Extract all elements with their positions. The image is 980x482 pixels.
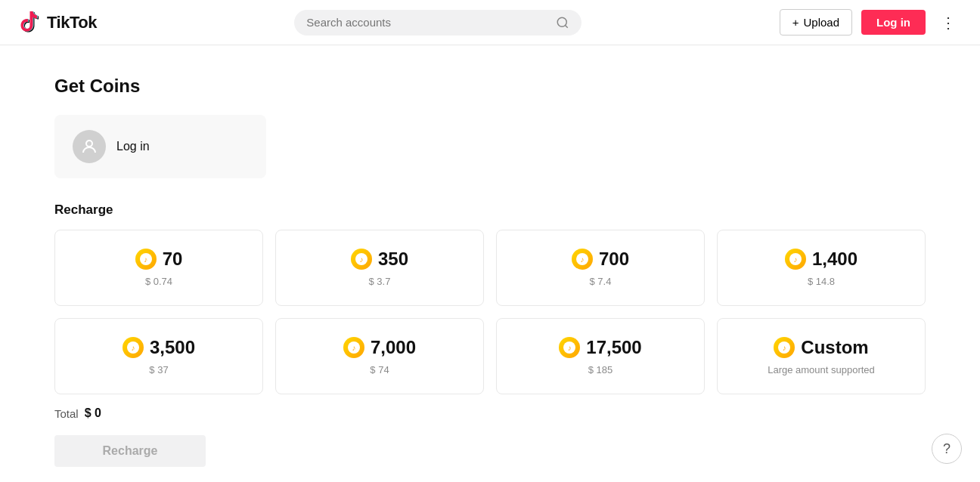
login-card-label: Log in xyxy=(116,140,150,153)
header: TikTok + Upload Log in ⋮ xyxy=(0,0,980,45)
coin-price: $ 0.74 xyxy=(145,276,172,287)
plus-icon: + xyxy=(792,16,799,29)
user-icon xyxy=(80,137,98,156)
coin-icon: ♪ xyxy=(559,337,580,358)
question-icon: ? xyxy=(943,441,951,457)
coin-icon: ♪ xyxy=(122,337,144,358)
main-content: Get Coins Log in Recharge ♪ 70 $ 0.74 xyxy=(36,45,944,482)
upload-label: Upload xyxy=(803,16,839,29)
coin-amount: 350 xyxy=(378,249,408,270)
page-title: Get Coins xyxy=(54,76,926,97)
coin-row: ♪ 70 xyxy=(135,249,183,270)
search-area xyxy=(294,10,581,36)
coin-amount: 17,500 xyxy=(586,337,641,358)
total-value: $ 0 xyxy=(85,406,101,420)
coin-row: ♪ 350 xyxy=(351,249,408,270)
coin-icon: ♪ xyxy=(785,249,806,270)
coin-price: $ 14.8 xyxy=(808,276,835,287)
coin-price: $ 7.4 xyxy=(590,276,612,287)
coin-package-17500[interactable]: ♪ 17,500 $ 185 xyxy=(496,318,705,394)
coin-amount: 70 xyxy=(163,249,183,270)
logo-area[interactable]: TikTok xyxy=(18,11,97,35)
coin-row: ♪ 700 xyxy=(572,249,629,270)
coin-package-350[interactable]: ♪ 350 $ 3.7 xyxy=(275,230,484,306)
coin-icon: ♪ xyxy=(774,337,795,358)
total-row: Total $ 0 xyxy=(54,406,926,420)
coin-row: ♪ Custom xyxy=(774,337,868,358)
help-button[interactable]: ? xyxy=(932,434,962,464)
coin-icon: ♪ xyxy=(343,337,364,358)
login-card[interactable]: Log in xyxy=(54,115,266,178)
coin-icon: ♪ xyxy=(351,249,372,270)
recharge-button[interactable]: Recharge xyxy=(54,435,206,467)
coin-amount: 700 xyxy=(599,249,629,270)
coin-price: $ 3.7 xyxy=(369,276,391,287)
coin-amount: 7,000 xyxy=(371,337,416,358)
header-actions: + Upload Log in ⋮ xyxy=(780,9,962,36)
coin-package-700[interactable]: ♪ 700 $ 7.4 xyxy=(496,230,705,306)
coin-package-70[interactable]: ♪ 70 $ 0.74 xyxy=(54,230,263,306)
total-label: Total xyxy=(54,407,79,420)
svg-point-0 xyxy=(558,17,567,26)
coin-amount: 3,500 xyxy=(150,337,195,358)
tiktok-logo-icon xyxy=(18,11,42,35)
svg-line-1 xyxy=(566,25,568,27)
avatar xyxy=(73,130,106,163)
coin-row: ♪ 7,000 xyxy=(343,337,416,358)
coin-price: $ 185 xyxy=(588,364,613,375)
coin-row: ♪ 17,500 xyxy=(559,337,641,358)
coin-row: ♪ 1,400 xyxy=(785,249,858,270)
coin-icon: ♪ xyxy=(572,249,593,270)
coin-amount: 1,400 xyxy=(812,249,858,270)
logo-text: TikTok xyxy=(47,13,97,32)
coin-icon: ♪ xyxy=(135,249,157,270)
coin-grid-row2: ♪ 3,500 $ 37 ♪ 7,000 $ 74 ♪ 17,500 xyxy=(54,318,926,394)
upload-button[interactable]: + Upload xyxy=(780,9,852,36)
custom-label: Custom xyxy=(801,337,868,358)
more-icon: ⋮ xyxy=(941,14,956,32)
search-icon xyxy=(556,16,569,29)
more-button[interactable]: ⋮ xyxy=(935,11,962,35)
svg-point-2 xyxy=(86,141,92,147)
coin-grid-row1: ♪ 70 $ 0.74 ♪ 350 $ 3.7 ♪ 700 xyxy=(54,230,926,306)
login-button[interactable]: Log in xyxy=(861,10,926,35)
search-input[interactable] xyxy=(306,16,550,29)
custom-sub-label: Large amount supported xyxy=(768,364,875,375)
coin-package-3500[interactable]: ♪ 3,500 $ 37 xyxy=(54,318,263,394)
search-bar xyxy=(294,10,581,36)
coin-row: ♪ 3,500 xyxy=(122,337,195,358)
coin-package-1400[interactable]: ♪ 1,400 $ 14.8 xyxy=(717,230,926,306)
coin-package-7000[interactable]: ♪ 7,000 $ 74 xyxy=(275,318,484,394)
coin-price: $ 37 xyxy=(149,364,168,375)
coin-price: $ 74 xyxy=(370,364,389,375)
recharge-section-label: Recharge xyxy=(54,202,926,218)
coin-package-custom[interactable]: ♪ Custom Large amount supported xyxy=(717,318,926,394)
